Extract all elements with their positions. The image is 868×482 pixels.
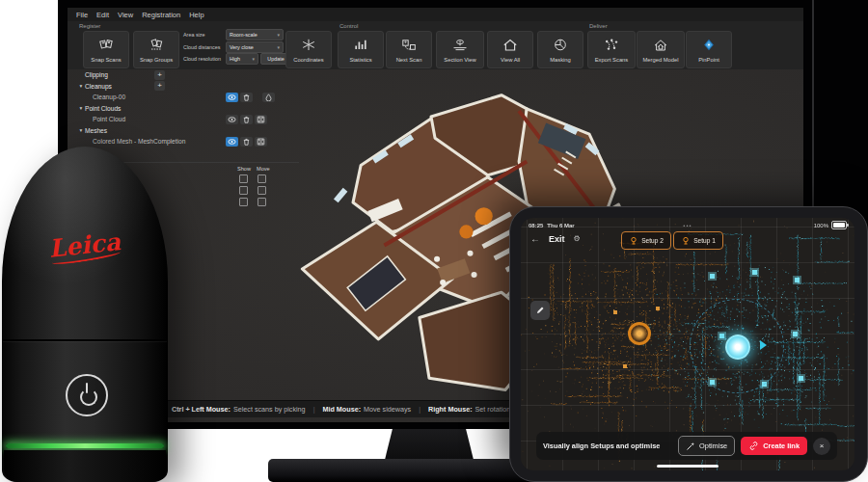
setup1-scanner-position-marker[interactable]	[725, 335, 750, 360]
power-icon	[80, 388, 97, 406]
optimise-button[interactable]: Optimise	[678, 436, 735, 456]
setup-label: Setup 1	[693, 237, 716, 244]
multitask-indicator: •••	[683, 223, 692, 228]
pencil-icon	[535, 306, 545, 315]
cloud-resolution-select[interactable]: High▾	[226, 53, 258, 65]
paint-droplet-button[interactable]	[262, 93, 275, 102]
caret-down-icon[interactable]: ▾	[77, 105, 85, 111]
button-label: Section View	[444, 57, 475, 63]
button-label: Snap Groups	[140, 57, 173, 63]
snap-scans-icon	[98, 38, 114, 55]
delete-trash-button[interactable]	[240, 93, 253, 102]
tree-item-colored-mesh[interactable]: Colored Mesh - MeshCompletion	[77, 136, 285, 147]
save-disk-button[interactable]	[255, 115, 267, 124]
cloud-distances-value: Very close	[230, 44, 254, 50]
move-checkbox[interactable]	[258, 186, 266, 195]
statistics-icon	[353, 38, 368, 55]
group-label-deliver: Deliver	[589, 23, 608, 29]
save-disk-button[interactable]	[255, 137, 267, 147]
menu-item-edit[interactable]: Edit	[96, 11, 109, 19]
delete-trash-button[interactable]	[240, 115, 253, 124]
delete-trash-button[interactable]	[240, 137, 253, 147]
hint-value: Select scans by picking	[233, 405, 306, 414]
visibility-eye-button[interactable]	[226, 93, 238, 102]
project-tree-panel: Clipping + ▾ Cleanups + Cleanup-00	[77, 69, 285, 147]
battery-percent: 100%	[814, 223, 828, 228]
scanner-base	[4, 450, 166, 482]
scanner-icon	[681, 236, 691, 246]
home-indicator[interactable]	[657, 465, 719, 468]
snap-groups-button[interactable]: Snap Groups	[133, 31, 179, 68]
tree-label: Clipping	[85, 71, 108, 78]
area-size-select[interactable]: Room-scale▾	[226, 29, 284, 40]
tree-group-cleanups[interactable]: ▾ Cleanups +	[77, 81, 285, 93]
button-label: PinPoint	[698, 57, 719, 63]
tree-group-meshes[interactable]: ▾ Meshes	[77, 125, 285, 137]
add-cleanup-button[interactable]: +	[154, 81, 165, 91]
settings-gear-icon[interactable]: ⚙	[574, 234, 581, 243]
export-scans-button[interactable]: Export Scans	[587, 31, 636, 68]
view-all-house-icon	[502, 38, 518, 55]
scanner-status-led-ring	[6, 443, 164, 448]
button-label: View All	[501, 57, 520, 63]
caret-down-icon[interactable]: ▾	[77, 127, 85, 133]
coordinates-icon	[301, 38, 316, 55]
tablet-device: 08:25 Thu 6 Mar ••• 100% ← Exit ⚙ Setup …	[509, 206, 868, 482]
tree-label: Meshes	[85, 127, 107, 134]
draw-pencil-tool-button[interactable]	[530, 301, 550, 320]
statistics-button[interactable]: Statistics	[338, 31, 384, 68]
optimise-label: Optimise	[699, 442, 727, 450]
ribbon-toolbar: Register Control Deliver Snap Scans Snap…	[68, 21, 803, 70]
menu-item-view[interactable]: View	[118, 11, 133, 19]
tree-item-point-cloud[interactable]: Point Cloud	[77, 114, 285, 125]
snap-scans-button[interactable]: Snap Scans	[83, 31, 129, 68]
setup-label: Setup 2	[641, 237, 664, 244]
move-checkbox[interactable]	[258, 198, 266, 206]
setup-1-button[interactable]: Setup 1	[673, 231, 723, 250]
add-clipping-button[interactable]: +	[154, 70, 165, 80]
back-arrow-icon[interactable]: ←	[530, 233, 540, 244]
masking-button[interactable]: Masking	[537, 31, 583, 68]
section-view-button[interactable]: Section View	[436, 31, 484, 68]
exit-button[interactable]: Exit	[549, 234, 565, 244]
close-button[interactable]: ×	[813, 438, 830, 455]
leica-blk360-scanner: Leica	[2, 147, 168, 482]
setup2-scanner-position-marker[interactable]	[628, 322, 651, 345]
view-all-button[interactable]: View All	[487, 31, 533, 68]
show-checkbox[interactable]	[239, 198, 248, 206]
area-size-value: Room-scale	[230, 32, 258, 38]
create-link-button[interactable]: Create link	[741, 437, 807, 455]
coordinates-button[interactable]: Coordinates	[285, 31, 332, 68]
show-checkbox[interactable]	[239, 186, 248, 195]
pinpoint-button[interactable]: PinPoint	[686, 31, 732, 68]
tree-label: Cleanups	[85, 83, 112, 90]
cloud-resolution-label: Cloud resolution	[183, 56, 224, 62]
scanner-icon	[629, 236, 638, 246]
snap-groups-icon	[149, 38, 164, 55]
status-date: Thu 6 Mar	[547, 223, 574, 228]
tree-label: Point Cloud	[93, 116, 125, 122]
tree-group-point-clouds[interactable]: ▾ Point Clouds	[77, 103, 285, 115]
scanner-body	[2, 147, 168, 482]
alignment-hint-text: Visually align Setups and optimise	[543, 442, 660, 450]
menu-item-help[interactable]: Help	[189, 11, 203, 19]
cloud-distances-select[interactable]: Very close▾	[226, 41, 284, 53]
setup-2-button[interactable]: Setup 2	[621, 231, 671, 250]
visibility-eye-button[interactable]	[226, 137, 238, 147]
menu-item-registration[interactable]: Registration	[142, 11, 180, 19]
visibility-eye-button[interactable]	[226, 115, 238, 124]
tree-item-clipping[interactable]: Clipping +	[77, 69, 285, 81]
show-checkbox[interactable]	[239, 174, 248, 183]
menu-item-file[interactable]: File	[76, 11, 88, 19]
hint-key: Mid Mouse:	[323, 405, 362, 414]
move-checkbox[interactable]	[258, 174, 266, 183]
show-move-panel: Show Move	[237, 166, 295, 206]
merged-model-button[interactable]: Merged Model	[637, 31, 685, 68]
chevron-down-icon: ▾	[277, 32, 280, 38]
tree-item-cleanup-00[interactable]: Cleanup-00	[77, 92, 285, 103]
hint-value: Move sideways	[364, 405, 411, 414]
scanner-power-button[interactable]	[66, 374, 108, 416]
caret-down-icon[interactable]: ▾	[77, 83, 85, 89]
next-scan-button[interactable]: Next Scan	[386, 31, 432, 68]
group-label-register: Register	[79, 23, 100, 29]
